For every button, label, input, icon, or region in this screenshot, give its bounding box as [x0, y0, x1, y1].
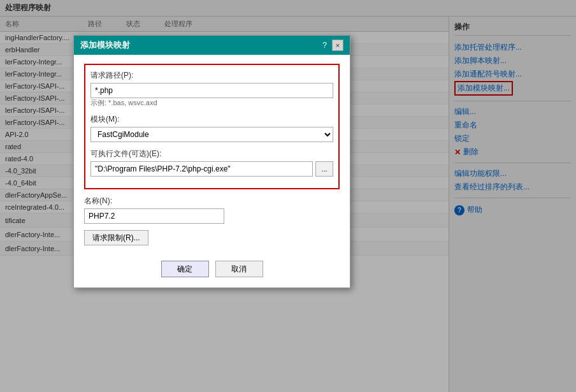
request-path-label: 请求路径(P):: [90, 70, 333, 81]
request-limit-section: 请求限制(R)...: [84, 230, 340, 245]
executable-label: 可执行文件(可选)(E):: [90, 149, 333, 159]
name-group: 名称(N):: [84, 196, 340, 224]
highlighted-fields-section: 请求路径(P): 示例: *.bas, wsvc.axd 模块(M): Fast…: [84, 64, 340, 189]
request-limit-button[interactable]: 请求限制(R)...: [84, 230, 148, 245]
dialog-controls: ? ×: [322, 40, 343, 51]
dialog-titlebar: 添加模块映射 ? ×: [74, 36, 350, 55]
executable-group: 可执行文件(可选)(E): ...: [90, 149, 333, 177]
ok-button[interactable]: 确定: [161, 261, 209, 277]
name-label: 名称(N):: [84, 196, 340, 207]
dialog-title: 添加模块映射: [80, 40, 130, 51]
dialog-close-button[interactable]: ×: [332, 40, 343, 51]
add-module-dialog: 添加模块映射 ? × 请求路径(P): 示例: *.bas, wsvc.axd …: [73, 35, 350, 288]
module-label: 模块(M):: [90, 114, 333, 125]
dialog-body: 请求路径(P): 示例: *.bas, wsvc.axd 模块(M): Fast…: [74, 55, 350, 254]
dialog-help-button[interactable]: ?: [322, 41, 327, 50]
executable-input-row: ...: [90, 161, 333, 177]
dialog-footer: 确定 取消: [74, 254, 350, 287]
module-select[interactable]: FastCgiModule: [90, 127, 333, 142]
module-group: 模块(M): FastCgiModule: [90, 114, 333, 142]
name-input[interactable]: [84, 208, 224, 224]
executable-input[interactable]: [90, 161, 313, 177]
cancel-button[interactable]: 取消: [215, 261, 263, 277]
browse-button[interactable]: ...: [315, 161, 333, 177]
request-path-group: 请求路径(P): 示例: *.bas, wsvc.axd: [90, 70, 333, 108]
request-path-input[interactable]: [90, 83, 333, 98]
request-path-example: 示例: *.bas, wsvc.axd: [90, 98, 333, 108]
